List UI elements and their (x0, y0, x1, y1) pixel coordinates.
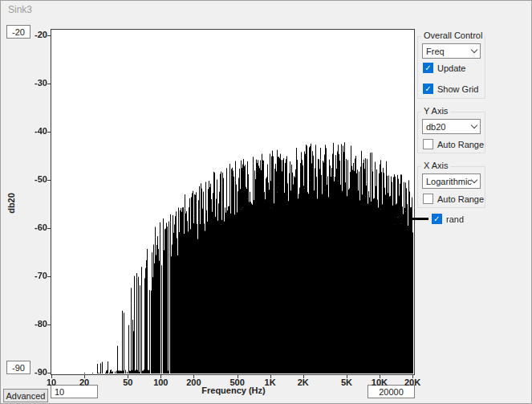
x-tick-label: 2K (289, 377, 318, 387)
x-tick-mark (193, 375, 194, 378)
y-tick-mark (47, 228, 51, 229)
x-tick-label: 200 (179, 377, 208, 387)
y-tick-mark (47, 35, 51, 36)
y-tick-mark (47, 132, 51, 133)
x-tick-label: 1K (256, 377, 285, 387)
y-axis-dropdown[interactable]: db20 (422, 119, 481, 134)
title-bar: Sink3 (1, 1, 531, 18)
x-tick-label: 50 (113, 377, 142, 387)
y-tick-mark (47, 373, 51, 373)
y-tick-mark (47, 276, 51, 277)
y-tick-label: -90 (26, 367, 47, 377)
x-tick-label: 20K (398, 377, 427, 387)
x-tick-mark (51, 375, 52, 378)
checkbox-checked-icon: ✓ (423, 63, 433, 73)
checkbox-label: Auto Range (437, 194, 484, 204)
x-tick-label: 20 (70, 377, 99, 387)
checkbox-label: Auto Range (437, 140, 484, 149)
advanced-button[interactable]: Advanced (3, 389, 48, 402)
y-tick-label: -50 (26, 174, 47, 184)
x-axis-group: X Axis Logarithmic Auto Range (417, 166, 485, 208)
x-tick-mark (303, 375, 304, 378)
spectrum-trace (51, 30, 413, 373)
overall-control-group: Overall Control Freq ✓ Update ✓ Show Gri… (417, 36, 485, 99)
series-line-swatch (412, 218, 428, 220)
y-tick-label: -20 (26, 30, 47, 39)
overall-control-dropdown[interactable]: Freq (422, 43, 481, 59)
dropdown-value: Freq (426, 47, 472, 56)
x-tick-mark (412, 375, 413, 378)
y-auto-range-checkbox[interactable]: Auto Range (423, 139, 484, 149)
x-tick-mark (238, 375, 238, 378)
chevron-down-icon (471, 177, 477, 183)
chevron-down-icon (471, 122, 477, 129)
y-axis-group-title: Y Axis (421, 106, 450, 116)
chevron-down-icon (471, 47, 477, 53)
x-tick-label: 10K (365, 377, 394, 387)
x-tick-mark (160, 375, 161, 378)
x-tick-mark (347, 375, 347, 378)
y-tick-label: -70 (26, 271, 47, 280)
legend-series-label: rand (446, 214, 464, 224)
rand-series-checkbox[interactable]: ✓ rand (432, 214, 464, 224)
checkbox-unchecked-icon (423, 139, 433, 149)
y-tick-label: -40 (26, 126, 47, 136)
x-tick-mark (128, 375, 128, 378)
x-axis-group-title: X Axis (421, 161, 451, 170)
overall-control-group-title: Overall Control (421, 31, 485, 40)
y-tick-mark (47, 84, 51, 84)
x-auto-range-checkbox[interactable]: Auto Range (423, 194, 484, 204)
x-tick-label: 100 (146, 377, 175, 387)
update-checkbox[interactable]: ✓ Update (423, 63, 465, 73)
checkbox-checked-icon: ✓ (432, 214, 442, 224)
x-tick-mark (380, 375, 380, 378)
window-title: Sink3 (8, 4, 32, 15)
x-tick-label: 500 (223, 377, 252, 387)
x-tick-label: 10 (37, 377, 66, 387)
dropdown-value: db20 (426, 122, 472, 132)
sink3-window: Sink3 -20 -90 db20 Frequency (Hz) 10 200… (0, 0, 532, 404)
y-axis-label: db20 (6, 191, 16, 215)
checkbox-label: Show Grid (437, 84, 478, 94)
y-tick-mark (47, 180, 51, 181)
y-tick-label: -80 (26, 319, 47, 329)
show-grid-checkbox[interactable]: ✓ Show Grid (423, 84, 478, 94)
checkbox-label: Update (437, 63, 465, 73)
x-axis-dropdown[interactable]: Logarithmic (422, 173, 481, 189)
y-tick-mark (47, 324, 51, 325)
legend: ✓ rand (412, 214, 464, 224)
x-tick-mark (270, 375, 271, 378)
y-axis-group: Y Axis db20 Auto Range (417, 112, 485, 153)
x-tick-label: 5K (332, 377, 361, 387)
checkbox-unchecked-icon (423, 194, 433, 204)
dropdown-value: Logarithmic (426, 177, 472, 186)
x-tick-mark (84, 375, 85, 378)
y-tick-label: -30 (26, 78, 47, 88)
checkbox-checked-icon: ✓ (423, 84, 433, 94)
y-tick-label: -60 (26, 222, 47, 232)
